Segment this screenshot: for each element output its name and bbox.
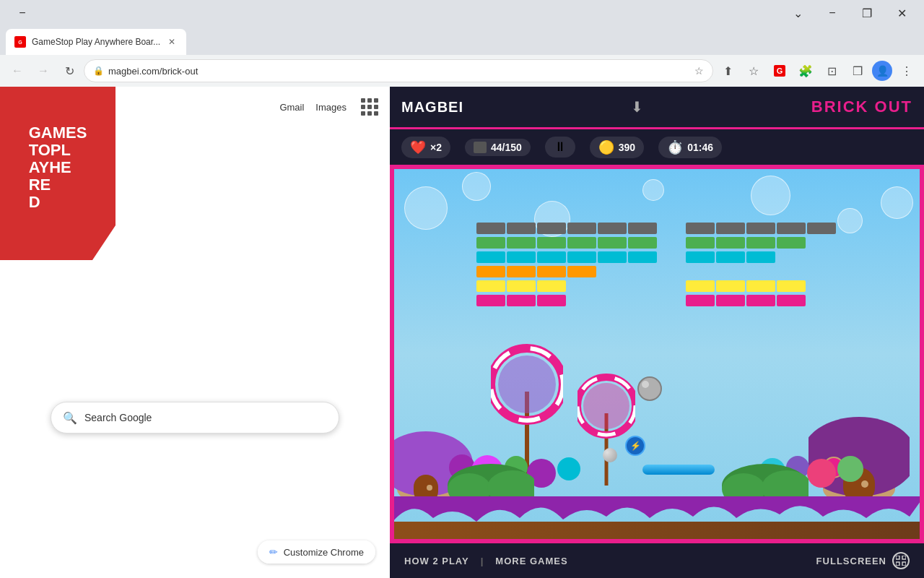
profile-button[interactable]: 👤 [872,61,892,81]
brick-row-cyan-r [686,251,775,263]
bubble [751,176,790,215]
bookmark-star-icon[interactable]: ☆ [694,65,704,77]
back-button[interactable]: ← [6,59,29,82]
bubble [837,208,863,233]
bush-right [722,460,808,496]
gamestop-extension-button[interactable]: G [768,59,791,82]
bricks-stat: 44/150 [465,139,531,156]
bubble [642,179,664,201]
paddle [642,465,715,475]
coins-stat: 🟡 390 [590,137,644,158]
how-to-play-link[interactable]: HOW 2 PLAY [404,556,469,566]
content-area: GAMES TOPL AYHE RE D Gmail Images [0,87,924,578]
titlebar-right: ⌄ − ❐ ✕ [781,0,918,26]
search-placeholder: Search Google [84,412,327,423]
game-panel: MAGBEI ⬇ BRICK OUT ❤️ ×2 44/150 ⏸ 🟡 390 … [390,87,924,578]
svg-rect-43 [902,562,906,566]
brick-row-orange [476,266,596,277]
fullscreen-label: FULLSCREEN [816,556,886,566]
brick-row-green-r [686,237,806,249]
timer-icon: ⏱️ [667,139,683,155]
three-dots-icon: ⋮ [901,64,912,78]
more-games-link[interactable]: MORE GAMES [495,556,567,566]
bookmark-button[interactable]: ☆ [742,59,765,82]
brick-row-gray-r [686,223,836,234]
brick-row-pink-r [686,295,806,306]
search-container: 🔍 Search Google [0,402,390,434]
minimize-window-button[interactable]: − [816,0,849,26]
bubble [881,186,913,219]
titlebar-left: − [6,0,39,26]
svg-point-31 [642,381,649,388]
brick-row-cyan [476,251,657,263]
bubble [462,172,491,201]
footer-separator: | [481,556,484,566]
titlebar: − ⌄ − ❐ ✕ [0,0,924,26]
media-router-button[interactable]: ⊡ [820,59,843,82]
pause-stat[interactable]: ⏸ [545,137,575,158]
new-tab-panel: GAMES TOPL AYHE RE D Gmail Images [0,87,390,578]
grid-icon [361,98,378,116]
google-apps-button[interactable] [358,95,381,118]
svg-point-4 [427,485,432,491]
images-link[interactable]: Images [315,102,346,113]
fullscreen-button[interactable] [892,552,910,569]
extensions-button[interactable]: 🧩 [794,59,817,82]
tab-title: GameStop Play Anywhere Boar... [32,37,160,47]
reload-button[interactable]: ↻ [58,59,81,82]
brick-icon [474,142,487,153]
purple-drip [390,496,924,525]
omnibox[interactable]: 🔒 magbei.com/brick-out ☆ [84,59,713,82]
active-tab[interactable]: G GameStop Play Anywhere Boar... ✕ [6,29,186,55]
svg-rect-42 [896,562,899,566]
bookmark-icon: ☆ [749,64,759,78]
brick-row-yellow [476,280,566,292]
minimize-button[interactable]: − [6,0,39,26]
pause-icon: ⏸ [554,139,567,155]
url-text: magbei.com/brick-out [108,66,690,77]
sidebar-icon: ❒ [853,64,863,78]
menu-button[interactable]: ⋮ [895,59,918,82]
tab-close-button[interactable]: ✕ [166,36,178,48]
game-site-header: MAGBEI ⬇ BRICK OUT [390,87,924,127]
fullscreen-icon-svg [896,556,906,566]
edit-icon: ✏ [269,546,278,558]
search-bar[interactable]: 🔍 Search Google [51,402,339,434]
puzzle-piece-icon: 🧩 [798,64,813,78]
tab-favicon: G [14,36,26,48]
heart-icon: ❤️ [410,139,426,155]
lives-value: ×2 [430,142,442,153]
lock-icon: 🔒 [93,66,104,76]
sidebar-button[interactable]: ❒ [846,59,869,82]
game-footer: HOW 2 PLAY | MORE GAMES FULLSCREEN [390,543,924,578]
svg-point-24 [557,457,580,480]
game-title: BRICK OUT [811,98,912,116]
gamestop-logo: GAMES TOPL AYHE RE D [0,87,116,260]
coin-icon: 🟡 [598,139,614,155]
logo-text: GAMES TOPL AYHE RE D [29,124,87,212]
brick-row-gray [476,223,657,234]
chevron-down-button[interactable]: ⌄ [781,0,814,26]
search-icon: 🔍 [63,411,77,425]
timer-value: 01:46 [687,142,713,153]
game-canvas[interactable]: ⚡ [390,165,924,543]
brick-row-yellow-r [686,280,806,292]
tabbar: G GameStop Play Anywhere Boar... ✕ [0,26,924,55]
share-button[interactable]: ⬆ [716,59,739,82]
brick-row-pink [476,295,566,306]
game-ball [628,367,671,410]
gmail-link[interactable]: Gmail [279,102,304,113]
close-window-button[interactable]: ✕ [885,0,918,26]
top-links: Gmail Images [279,95,381,118]
download-icon: ⬇ [631,98,643,116]
svg-point-27 [807,459,836,488]
svg-point-19 [583,383,629,429]
magbei-logo: MAGBEI [401,99,463,116]
customize-chrome-button[interactable]: ✏ Customize Chrome [258,540,375,564]
forward-button[interactable]: → [32,59,55,82]
maximize-window-button[interactable]: ❐ [850,0,884,26]
game-footer-right: FULLSCREEN [816,552,910,569]
svg-point-30 [638,377,661,400]
bubble [404,186,448,230]
game-main-ball [603,448,617,462]
